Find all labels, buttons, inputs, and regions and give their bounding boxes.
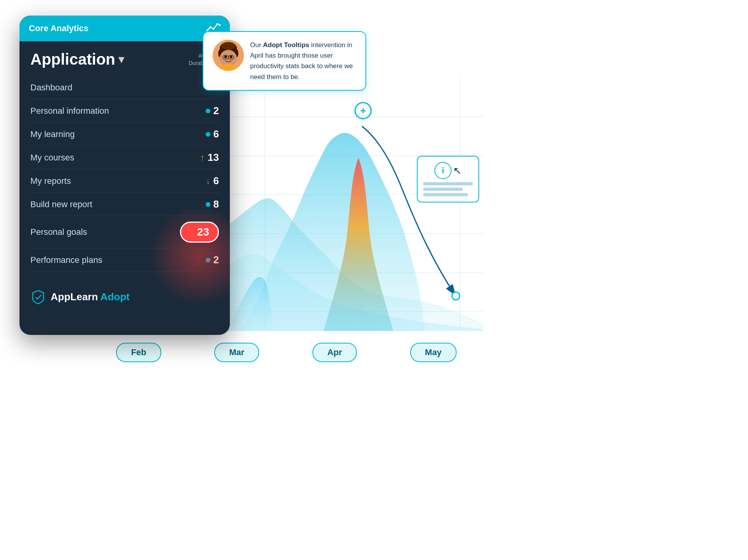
panel-body: Application ▾ Av Page Duration (m) Dashb… — [19, 41, 230, 281]
svg-point-2 — [213, 28, 215, 30]
highlight-pill: ↑ 23 — [180, 222, 219, 243]
tooltip-text: Our Adopt Tooltips intervention in April… — [250, 40, 356, 82]
table-row[interactable]: My courses ↑ 13 — [30, 146, 219, 169]
chart-peak-plus-button[interactable]: + — [355, 102, 372, 119]
avatar-image — [213, 40, 244, 71]
footer-brand: AppLearn Adopt — [51, 291, 130, 303]
panel-title: Core Analytics — [29, 23, 88, 33]
arrow-up-red-icon: ↑ — [190, 227, 194, 237]
table-row[interactable]: My learning 6 — [30, 123, 219, 146]
cursor-icon: ↖ — [453, 165, 462, 177]
info-line-1 — [423, 182, 473, 185]
panel-header: Core Analytics — [19, 16, 230, 41]
dropdown-arrow-icon[interactable]: ▾ — [118, 53, 124, 66]
table-row-personal-goals[interactable]: Personal goals ↑ 23 — [30, 216, 219, 248]
avatar — [213, 40, 244, 71]
tooltip-card: Our Adopt Tooltips intervention in April… — [203, 31, 366, 91]
table-row[interactable]: Performance plans 2 — [30, 248, 219, 272]
svg-point-12 — [230, 56, 233, 58]
dot-icon — [206, 132, 210, 137]
dot-icon — [206, 202, 210, 207]
svg-point-1 — [210, 26, 212, 28]
month-feb: Feb — [116, 343, 161, 362]
table-row[interactable]: My reports ↓ 6 — [30, 169, 219, 193]
table-row[interactable]: Personal information 2 — [30, 99, 219, 123]
dot-icon — [206, 258, 210, 262]
svg-point-11 — [224, 56, 227, 58]
info-line-3 — [423, 193, 468, 196]
arrow-down-icon: ↓ — [206, 176, 210, 186]
month-may: May — [410, 343, 457, 362]
month-labels: Feb Mar Apr May — [90, 343, 483, 362]
table-row[interactable]: Build new report 8 — [30, 193, 219, 216]
analytics-panel: Core Analytics Application ▾ Av Page Dur… — [19, 16, 230, 335]
app-title-row: Application ▾ Av Page Duration (m) — [30, 51, 219, 68]
info-line-2 — [423, 188, 463, 191]
panel-footer: AppLearn Adopt — [19, 281, 230, 312]
info-icon-row: i ↖ — [423, 162, 473, 179]
month-apr: Apr — [312, 343, 357, 362]
info-icon: i — [434, 162, 452, 179]
svg-point-9 — [221, 42, 235, 50]
metrics-table: Dashboard 6 Personal information 2 My le… — [30, 76, 219, 272]
svg-point-3 — [217, 23, 219, 25]
arrow-up-icon: ↑ — [200, 153, 205, 163]
svg-point-28 — [452, 292, 460, 300]
info-tooltip-box: i ↖ — [417, 156, 479, 203]
info-box-lines — [423, 182, 473, 196]
applearn-logo-icon — [30, 289, 46, 305]
dot-icon — [206, 109, 210, 113]
app-title[interactable]: Application ▾ — [30, 51, 124, 68]
month-mar: Mar — [214, 343, 259, 362]
table-row[interactable]: Dashboard 6 — [30, 76, 219, 99]
